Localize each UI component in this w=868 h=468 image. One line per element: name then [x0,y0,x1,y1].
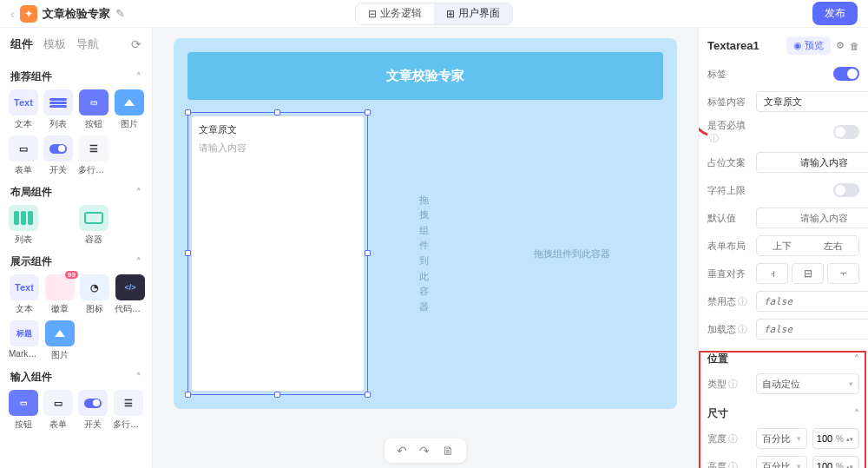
chevron-up-icon[interactable]: ˄ [136,187,141,198]
right-panel: Textarea1 ◉ 预览 ⚙ 🗑 标签 标签内容 是否必填ⓘ 占位文案 字符… [698,28,868,468]
comp-badge[interactable]: 99徽章 [45,274,75,315]
textarea-placeholder: 请输入内容 [199,142,357,155]
comp-multiline2[interactable]: ☰多行输... [113,390,144,431]
input-width[interactable]: %▴▾ [812,428,859,449]
input-label-content[interactable] [756,91,868,112]
chevron-up-icon[interactable]: ˄ [136,256,141,267]
input-default[interactable] [756,208,868,228]
select-width-mode[interactable]: 百分比▾ [756,428,807,449]
prop-disabled: 禁用态ⓘ [707,295,756,308]
redo-icon[interactable]: ↷ [419,444,430,458]
prop-valign: 垂直对齐 [707,267,756,280]
comp-markdown[interactable]: 标题Markd... [9,320,40,361]
prop-layout: 表单布局 [707,240,756,253]
select-type[interactable]: 自动定位▾ [756,373,859,394]
section-position: 位置 [707,352,728,366]
toggle-maxchars[interactable] [833,183,859,197]
tab-templates[interactable]: 模板 [43,36,66,52]
comp-form[interactable]: ▭表单 [9,135,38,176]
prop-label: 标签 [707,68,756,81]
selected-textarea[interactable]: 文章原文 请输入内容 [187,112,368,395]
comp-image2[interactable]: 图片 [45,320,75,361]
input-disabled[interactable] [756,291,868,312]
prop-placeholder: 占位文案 [707,156,756,169]
app-title: 文章检验专家 [43,6,110,22]
group-input: 输入组件 [10,370,52,385]
toggle-required[interactable] [833,125,859,139]
comp-list[interactable]: 列表 [43,89,73,130]
resize-handle[interactable] [185,109,191,115]
resize-handle[interactable] [185,250,191,256]
drop-zone-wide[interactable]: 拖拽组件到此容器 [480,112,663,395]
comp-switch[interactable]: 开关 [43,135,73,176]
app-icon: ✦ [20,5,37,23]
stage[interactable]: 文章校验专家 文章原文 请输入内容 [174,38,677,409]
gear-icon[interactable]: ⚙ [836,40,845,51]
layout-vertical[interactable]: 上下 [757,236,808,255]
refresh-icon[interactable]: ⟳ [131,37,141,51]
drop-zone-narrow[interactable]: 拖拽 组件 到此 容器 [378,112,470,395]
input-placeholder[interactable] [756,152,868,173]
select-height-mode[interactable]: 百分比▾ [756,456,807,468]
comp-image[interactable]: 图片 [115,89,144,130]
data-icon[interactable]: 🗎 [442,444,454,458]
preview-button[interactable]: ◉ 预览 [786,36,831,55]
layout-horizontal[interactable]: 左右 [808,236,859,255]
tab-logic[interactable]: ⊟ 业务逻辑 [356,3,434,24]
delete-icon[interactable]: 🗑 [850,41,859,51]
edit-icon[interactable]: ✎ [115,7,125,20]
comp-column[interactable]: 列表 [9,205,38,246]
chevron-up-icon[interactable]: ˄ [854,353,859,366]
chevron-up-icon[interactable]: ˄ [136,71,141,82]
comp-button[interactable]: ▭按钮 [78,89,109,130]
canvas: 文章校验专家 文章原文 请输入内容 [153,28,698,468]
valign-bottom-icon[interactable]: ⫟ [827,263,859,284]
view-switcher: ⊟ 业务逻辑 ⊞ 用户界面 [355,3,513,25]
resize-handle[interactable] [274,392,280,398]
tab-nav[interactable]: 导航 [76,36,99,52]
group-layout: 布局组件 [10,185,52,200]
comp-button2[interactable]: ▭按钮 [9,390,38,431]
comp-switch2[interactable]: 开关 [78,390,108,431]
resize-handle[interactable] [365,109,371,115]
prop-type: 类型ⓘ [707,378,756,391]
resize-handle[interactable] [365,250,371,256]
prop-default: 默认值 [707,212,756,225]
prop-loading: 加载态ⓘ [707,323,756,336]
tab-components[interactable]: 组件 [10,36,33,52]
back-icon[interactable]: ‹ [10,7,15,21]
resize-handle[interactable] [185,392,191,398]
comp-multiline[interactable]: ☰多行输... [78,135,109,176]
group-recommend: 推荐组件 [10,69,52,84]
input-loading[interactable] [756,319,868,339]
resize-handle[interactable] [365,392,371,398]
canvas-toolbar: ↶ ↷ 🗎 [385,438,466,463]
banner[interactable]: 文章校验专家 [187,52,663,100]
toggle-label[interactable] [833,67,859,81]
publish-button[interactable]: 发布 [812,2,858,25]
undo-icon[interactable]: ↶ [397,444,407,458]
left-panel: 组件 模板 导航 ⟳ 推荐组件˄ Text文本 列表 ▭按钮 图片 ▭表单 开关… [0,28,153,468]
comp-container[interactable]: 容器 [79,205,108,246]
prop-required: 是否必填ⓘ [707,119,756,145]
valign-middle-icon[interactable]: ⊟ [792,263,824,284]
prop-width: 宽度ⓘ [707,432,756,445]
textarea-label: 文章原文 [199,123,357,136]
tab-ui[interactable]: ⊞ 用户界面 [434,3,512,24]
comp-text[interactable]: Text文本 [9,89,38,130]
chevron-up-icon[interactable]: ˄ [854,408,859,420]
comp-code[interactable]: </>代码展... [115,274,146,315]
prop-maxchars: 字符上限 [707,184,756,197]
seg-layout: 上下 左右 [756,235,859,256]
valign-top-icon[interactable]: ⫞ [756,263,788,284]
input-height[interactable]: %▴▾ [812,456,859,468]
chevron-up-icon[interactable]: ˄ [136,372,141,383]
comp-chart[interactable]: ◔图标 [80,274,109,315]
group-display: 展示组件 [10,254,52,269]
comp-text2[interactable]: Text文本 [9,274,40,315]
component-name: Textarea1 [707,39,781,52]
comp-form2[interactable]: ▭表单 [43,390,73,431]
section-size: 尺寸 [707,406,728,421]
resize-handle[interactable] [274,109,280,115]
prop-label-content: 标签内容 [707,96,756,109]
